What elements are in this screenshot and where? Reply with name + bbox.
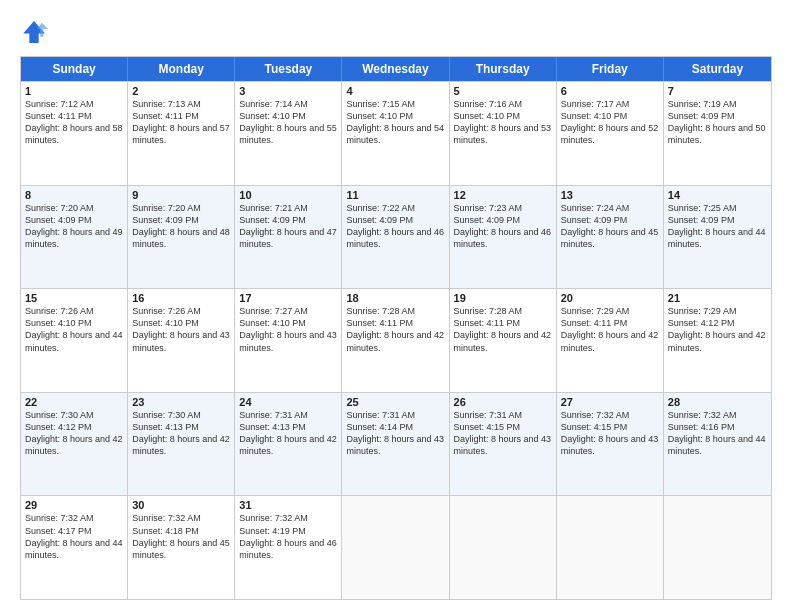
empty-cell bbox=[450, 496, 557, 599]
cell-content: Sunrise: 7:16 AMSunset: 4:10 PMDaylight:… bbox=[454, 99, 552, 145]
day-cell-23: 23 Sunrise: 7:30 AMSunset: 4:13 PMDaylig… bbox=[128, 393, 235, 496]
day-cell-5: 5 Sunrise: 7:16 AMSunset: 4:10 PMDayligh… bbox=[450, 82, 557, 185]
day-cell-28: 28 Sunrise: 7:32 AMSunset: 4:16 PMDaylig… bbox=[664, 393, 771, 496]
cell-content: Sunrise: 7:15 AMSunset: 4:10 PMDaylight:… bbox=[346, 99, 444, 145]
cell-content: Sunrise: 7:20 AMSunset: 4:09 PMDaylight:… bbox=[132, 203, 230, 249]
cell-content: Sunrise: 7:25 AMSunset: 4:09 PMDaylight:… bbox=[668, 203, 766, 249]
day-cell-21: 21 Sunrise: 7:29 AMSunset: 4:12 PMDaylig… bbox=[664, 289, 771, 392]
day-number: 12 bbox=[454, 189, 552, 201]
empty-cell bbox=[342, 496, 449, 599]
day-cell-10: 10 Sunrise: 7:21 AMSunset: 4:09 PMDaylig… bbox=[235, 186, 342, 289]
cell-content: Sunrise: 7:26 AMSunset: 4:10 PMDaylight:… bbox=[132, 306, 230, 352]
day-cell-6: 6 Sunrise: 7:17 AMSunset: 4:10 PMDayligh… bbox=[557, 82, 664, 185]
day-number: 13 bbox=[561, 189, 659, 201]
calendar-row-4: 22 Sunrise: 7:30 AMSunset: 4:12 PMDaylig… bbox=[21, 392, 771, 496]
day-number: 4 bbox=[346, 85, 444, 97]
day-number: 27 bbox=[561, 396, 659, 408]
cell-content: Sunrise: 7:27 AMSunset: 4:10 PMDaylight:… bbox=[239, 306, 337, 352]
day-number: 26 bbox=[454, 396, 552, 408]
cell-content: Sunrise: 7:26 AMSunset: 4:10 PMDaylight:… bbox=[25, 306, 123, 352]
day-cell-17: 17 Sunrise: 7:27 AMSunset: 4:10 PMDaylig… bbox=[235, 289, 342, 392]
header-day-tuesday: Tuesday bbox=[235, 57, 342, 81]
cell-content: Sunrise: 7:30 AMSunset: 4:12 PMDaylight:… bbox=[25, 410, 123, 456]
empty-cell bbox=[557, 496, 664, 599]
cell-content: Sunrise: 7:30 AMSunset: 4:13 PMDaylight:… bbox=[132, 410, 230, 456]
day-cell-9: 9 Sunrise: 7:20 AMSunset: 4:09 PMDayligh… bbox=[128, 186, 235, 289]
day-number: 18 bbox=[346, 292, 444, 304]
cell-content: Sunrise: 7:23 AMSunset: 4:09 PMDaylight:… bbox=[454, 203, 552, 249]
day-cell-31: 31 Sunrise: 7:32 AMSunset: 4:19 PMDaylig… bbox=[235, 496, 342, 599]
day-cell-16: 16 Sunrise: 7:26 AMSunset: 4:10 PMDaylig… bbox=[128, 289, 235, 392]
day-cell-26: 26 Sunrise: 7:31 AMSunset: 4:15 PMDaylig… bbox=[450, 393, 557, 496]
header-day-sunday: Sunday bbox=[21, 57, 128, 81]
day-number: 21 bbox=[668, 292, 767, 304]
cell-content: Sunrise: 7:12 AMSunset: 4:11 PMDaylight:… bbox=[25, 99, 123, 145]
day-cell-19: 19 Sunrise: 7:28 AMSunset: 4:11 PMDaylig… bbox=[450, 289, 557, 392]
day-number: 14 bbox=[668, 189, 767, 201]
day-cell-30: 30 Sunrise: 7:32 AMSunset: 4:18 PMDaylig… bbox=[128, 496, 235, 599]
cell-content: Sunrise: 7:31 AMSunset: 4:14 PMDaylight:… bbox=[346, 410, 444, 456]
day-cell-12: 12 Sunrise: 7:23 AMSunset: 4:09 PMDaylig… bbox=[450, 186, 557, 289]
day-number: 17 bbox=[239, 292, 337, 304]
day-number: 7 bbox=[668, 85, 767, 97]
cell-content: Sunrise: 7:29 AMSunset: 4:12 PMDaylight:… bbox=[668, 306, 766, 352]
calendar-row-3: 15 Sunrise: 7:26 AMSunset: 4:10 PMDaylig… bbox=[21, 288, 771, 392]
cell-content: Sunrise: 7:17 AMSunset: 4:10 PMDaylight:… bbox=[561, 99, 659, 145]
day-cell-22: 22 Sunrise: 7:30 AMSunset: 4:12 PMDaylig… bbox=[21, 393, 128, 496]
day-number: 29 bbox=[25, 499, 123, 511]
calendar-row-1: 1 Sunrise: 7:12 AMSunset: 4:11 PMDayligh… bbox=[21, 81, 771, 185]
header-day-wednesday: Wednesday bbox=[342, 57, 449, 81]
day-number: 30 bbox=[132, 499, 230, 511]
day-cell-18: 18 Sunrise: 7:28 AMSunset: 4:11 PMDaylig… bbox=[342, 289, 449, 392]
cell-content: Sunrise: 7:13 AMSunset: 4:11 PMDaylight:… bbox=[132, 99, 230, 145]
day-number: 6 bbox=[561, 85, 659, 97]
cell-content: Sunrise: 7:21 AMSunset: 4:09 PMDaylight:… bbox=[239, 203, 337, 249]
day-cell-1: 1 Sunrise: 7:12 AMSunset: 4:11 PMDayligh… bbox=[21, 82, 128, 185]
day-number: 9 bbox=[132, 189, 230, 201]
cell-content: Sunrise: 7:29 AMSunset: 4:11 PMDaylight:… bbox=[561, 306, 659, 352]
day-number: 25 bbox=[346, 396, 444, 408]
day-cell-11: 11 Sunrise: 7:22 AMSunset: 4:09 PMDaylig… bbox=[342, 186, 449, 289]
day-cell-27: 27 Sunrise: 7:32 AMSunset: 4:15 PMDaylig… bbox=[557, 393, 664, 496]
logo bbox=[20, 18, 52, 46]
logo-icon bbox=[20, 18, 48, 46]
cell-content: Sunrise: 7:19 AMSunset: 4:09 PMDaylight:… bbox=[668, 99, 766, 145]
day-cell-14: 14 Sunrise: 7:25 AMSunset: 4:09 PMDaylig… bbox=[664, 186, 771, 289]
day-cell-8: 8 Sunrise: 7:20 AMSunset: 4:09 PMDayligh… bbox=[21, 186, 128, 289]
day-cell-24: 24 Sunrise: 7:31 AMSunset: 4:13 PMDaylig… bbox=[235, 393, 342, 496]
day-cell-2: 2 Sunrise: 7:13 AMSunset: 4:11 PMDayligh… bbox=[128, 82, 235, 185]
cell-content: Sunrise: 7:32 AMSunset: 4:17 PMDaylight:… bbox=[25, 513, 123, 559]
empty-cell bbox=[664, 496, 771, 599]
day-cell-15: 15 Sunrise: 7:26 AMSunset: 4:10 PMDaylig… bbox=[21, 289, 128, 392]
day-cell-25: 25 Sunrise: 7:31 AMSunset: 4:14 PMDaylig… bbox=[342, 393, 449, 496]
cell-content: Sunrise: 7:24 AMSunset: 4:09 PMDaylight:… bbox=[561, 203, 659, 249]
day-number: 8 bbox=[25, 189, 123, 201]
day-cell-4: 4 Sunrise: 7:15 AMSunset: 4:10 PMDayligh… bbox=[342, 82, 449, 185]
cell-content: Sunrise: 7:22 AMSunset: 4:09 PMDaylight:… bbox=[346, 203, 444, 249]
calendar-row-2: 8 Sunrise: 7:20 AMSunset: 4:09 PMDayligh… bbox=[21, 185, 771, 289]
cell-content: Sunrise: 7:32 AMSunset: 4:16 PMDaylight:… bbox=[668, 410, 766, 456]
day-number: 31 bbox=[239, 499, 337, 511]
day-cell-20: 20 Sunrise: 7:29 AMSunset: 4:11 PMDaylig… bbox=[557, 289, 664, 392]
calendar-header: SundayMondayTuesdayWednesdayThursdayFrid… bbox=[21, 57, 771, 81]
header-day-friday: Friday bbox=[557, 57, 664, 81]
cell-content: Sunrise: 7:14 AMSunset: 4:10 PMDaylight:… bbox=[239, 99, 337, 145]
cell-content: Sunrise: 7:28 AMSunset: 4:11 PMDaylight:… bbox=[454, 306, 552, 352]
calendar-row-5: 29 Sunrise: 7:32 AMSunset: 4:17 PMDaylig… bbox=[21, 495, 771, 599]
day-number: 5 bbox=[454, 85, 552, 97]
day-number: 24 bbox=[239, 396, 337, 408]
cell-content: Sunrise: 7:31 AMSunset: 4:15 PMDaylight:… bbox=[454, 410, 552, 456]
header-day-thursday: Thursday bbox=[450, 57, 557, 81]
cell-content: Sunrise: 7:32 AMSunset: 4:18 PMDaylight:… bbox=[132, 513, 230, 559]
header-day-monday: Monday bbox=[128, 57, 235, 81]
day-number: 20 bbox=[561, 292, 659, 304]
calendar-body: 1 Sunrise: 7:12 AMSunset: 4:11 PMDayligh… bbox=[21, 81, 771, 599]
day-number: 1 bbox=[25, 85, 123, 97]
header bbox=[20, 18, 772, 46]
day-number: 11 bbox=[346, 189, 444, 201]
day-cell-7: 7 Sunrise: 7:19 AMSunset: 4:09 PMDayligh… bbox=[664, 82, 771, 185]
page: SundayMondayTuesdayWednesdayThursdayFrid… bbox=[0, 0, 792, 612]
cell-content: Sunrise: 7:32 AMSunset: 4:15 PMDaylight:… bbox=[561, 410, 659, 456]
cell-content: Sunrise: 7:28 AMSunset: 4:11 PMDaylight:… bbox=[346, 306, 444, 352]
day-number: 28 bbox=[668, 396, 767, 408]
